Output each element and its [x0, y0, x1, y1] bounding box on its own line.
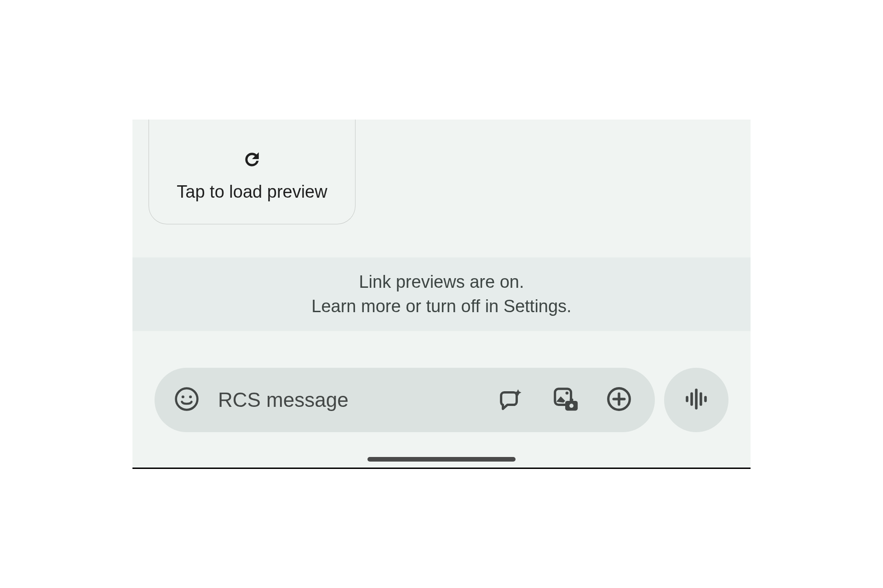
emoji-button[interactable]: [174, 386, 200, 414]
svg-point-7: [569, 404, 573, 408]
svg-point-4: [566, 391, 569, 394]
gallery-camera-button[interactable]: [551, 385, 579, 415]
svg-rect-6: [570, 399, 573, 401]
add-attachment-button[interactable]: [606, 386, 632, 414]
message-input[interactable]: [218, 388, 477, 411]
gallery-camera-icon: [551, 385, 579, 415]
voice-message-button[interactable]: [664, 368, 728, 432]
messages-app-screen: Tap to load preview Link previews are on…: [132, 120, 751, 469]
magic-speech-icon: [496, 385, 524, 415]
plus-circle-icon: [606, 386, 632, 414]
magic-compose-button[interactable]: [496, 385, 524, 415]
banner-line-2: Learn more or turn off in Settings.: [311, 297, 571, 316]
refresh-icon: [242, 150, 262, 169]
voice-waveform-icon: [682, 384, 711, 416]
preview-card-label: Tap to load preview: [177, 182, 327, 202]
emoji-face-icon: [174, 386, 200, 414]
input-actions: [496, 385, 636, 415]
svg-point-2: [189, 395, 192, 398]
link-preview-card[interactable]: Tap to load preview: [149, 120, 355, 224]
message-input-pill: [155, 368, 655, 432]
banner-line-1: Link previews are on.: [359, 272, 524, 292]
svg-point-1: [182, 395, 184, 398]
navigation-handle[interactable]: [367, 457, 516, 462]
svg-point-0: [176, 388, 198, 410]
compose-bar: [155, 368, 728, 432]
link-preview-banner[interactable]: Link previews are on. Learn more or turn…: [132, 257, 751, 331]
